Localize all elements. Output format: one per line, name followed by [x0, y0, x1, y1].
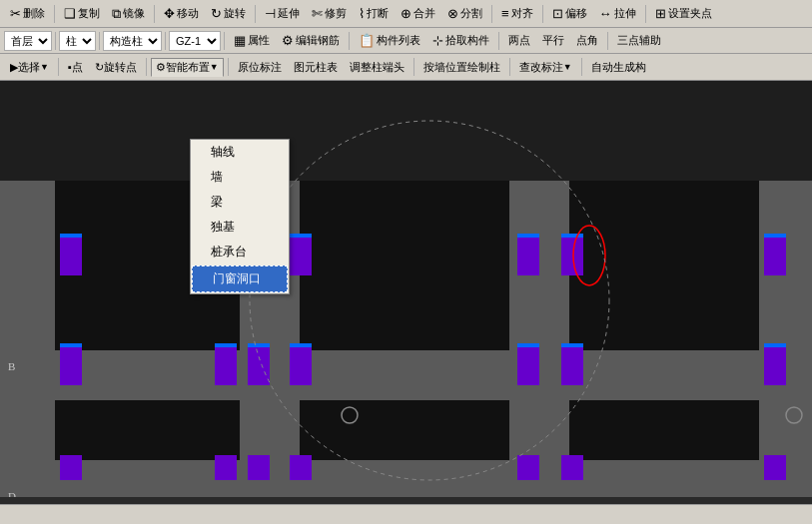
cad-drawing: B D	[0, 81, 812, 497]
svg-rect-44	[764, 234, 786, 238]
menu-item-beam[interactable]: 梁	[191, 190, 289, 215]
svg-rect-32	[561, 345, 583, 385]
menu-item-axis[interactable]: 轴线	[191, 140, 289, 165]
stretch-button[interactable]: ↔ 拉伸	[594, 4, 641, 23]
svg-rect-48	[290, 343, 312, 347]
offset-icon: ⊡	[552, 6, 563, 21]
component-list-button[interactable]: 📋 构件列表	[354, 31, 425, 50]
sep7	[55, 32, 56, 50]
select-button[interactable]: ▶ 选择 ▼	[5, 58, 54, 77]
svg-rect-33	[517, 455, 539, 480]
sep9	[165, 32, 166, 50]
svg-rect-20	[215, 345, 237, 385]
element-select[interactable]: 柱	[59, 31, 96, 51]
draw-by-pos-button[interactable]: 按墙位置绘制柱	[418, 58, 505, 77]
svg-rect-35	[764, 236, 786, 275]
adjust-head-button[interactable]: 调整柱端头	[345, 58, 409, 77]
svg-rect-29	[517, 236, 539, 275]
svg-rect-9	[300, 181, 509, 280]
menu-item-wall[interactable]: 墙	[191, 165, 289, 190]
pickup-button[interactable]: ⊹ 拾取构件	[427, 31, 494, 50]
svg-rect-47	[248, 343, 270, 347]
status-bar	[0, 504, 812, 524]
menu-item-pile-cap[interactable]: 桩承台	[191, 240, 289, 264]
edit-steel-icon: ⚙	[282, 33, 294, 48]
extend-icon: ⊣	[265, 6, 276, 21]
svg-rect-14	[55, 400, 240, 460]
svg-rect-38	[60, 234, 82, 238]
svg-rect-2	[0, 350, 812, 400]
svg-rect-13	[569, 280, 759, 350]
svg-rect-51	[764, 343, 786, 347]
smart-layout-dropdown: 轴线 墙 梁 独基 桩承台 门窗洞口	[190, 139, 290, 294]
mirror-button[interactable]: ⧉ 镜像	[107, 4, 150, 24]
point-angle-button[interactable]: 点角	[571, 31, 603, 50]
trim-button[interactable]: ✄ 修剪	[307, 4, 352, 23]
two-point-button[interactable]: 两点	[503, 31, 535, 50]
sep17	[413, 58, 414, 76]
svg-rect-46	[215, 343, 237, 347]
separator6	[645, 5, 646, 23]
svg-rect-24	[290, 236, 312, 275]
original-dim-button[interactable]: 原位标注	[233, 58, 287, 77]
delete-button[interactable]: ✂ 删除	[5, 4, 50, 23]
menu-item-foundation[interactable]: 独基	[191, 215, 289, 240]
setpoint-button[interactable]: ⊞ 设置夹点	[650, 4, 717, 23]
property-button[interactable]: ▦ 属性	[229, 31, 275, 50]
sep12	[498, 32, 499, 50]
svg-rect-30	[561, 236, 583, 275]
svg-rect-36	[764, 345, 786, 385]
move-button[interactable]: ✥ 移动	[159, 4, 204, 23]
cad-canvas-area[interactable]: B D 轴线 墙 梁 独基 桩承台 门窗洞口	[0, 81, 812, 497]
rotate-point-button[interactable]: ↻ 旋转点	[90, 58, 142, 77]
edit-steel-button[interactable]: ⚙ 编辑钢筋	[277, 31, 345, 50]
svg-text:B: B	[8, 360, 15, 372]
offset-button[interactable]: ⊡ 偏移	[547, 4, 592, 23]
svg-rect-50	[561, 343, 583, 347]
svg-rect-22	[215, 455, 237, 480]
rotate-button[interactable]: ↻ 旋转	[206, 4, 251, 23]
rotate-point-icon: ↻	[95, 61, 104, 74]
merge-icon: ⊕	[401, 6, 411, 21]
smart-layout-icon: ⚙	[156, 61, 166, 74]
extend-button[interactable]: ⊣ 延伸	[260, 4, 305, 23]
svg-rect-25	[248, 345, 270, 385]
break-icon: ⌇	[359, 6, 365, 21]
sep8	[99, 32, 100, 50]
type-select[interactable]: 构造柱	[103, 31, 162, 51]
auto-gen-button[interactable]: 自动生成构	[586, 58, 651, 77]
break-button[interactable]: ⌇ 打断	[354, 4, 394, 23]
stretch-icon: ↔	[599, 6, 612, 21]
split-button[interactable]: ⊗ 分割	[442, 4, 487, 23]
code-select[interactable]: GZ-1	[169, 31, 221, 51]
sep16	[228, 58, 229, 76]
menu-item-door-window[interactable]: 门窗洞口	[192, 265, 288, 292]
rotate-icon: ↻	[211, 6, 222, 21]
svg-rect-26	[290, 345, 312, 385]
svg-rect-12	[300, 280, 509, 350]
point-button[interactable]: ▪ 点	[63, 58, 88, 77]
delete-icon: ✂	[10, 6, 21, 21]
smart-layout-button[interactable]: ⚙ 智能布置 ▼	[151, 58, 224, 77]
sep13	[607, 32, 608, 50]
check-dim-button[interactable]: 查改标注 ▼	[514, 58, 577, 77]
parallel-button[interactable]: 平行	[537, 31, 569, 50]
toolbar-row1: ✂ 删除 ❑ 复制 ⧉ 镜像 ✥ 移动 ↻ 旋转 ⊣	[0, 0, 812, 28]
three-point-button[interactable]: 三点辅助	[612, 31, 666, 50]
svg-rect-37	[764, 455, 786, 480]
align-icon: ≡	[501, 6, 509, 21]
merge-button[interactable]: ⊕ 合并	[396, 4, 440, 23]
sep11	[349, 32, 350, 50]
svg-rect-21	[60, 455, 82, 480]
copy-button[interactable]: ❑ 复制	[59, 4, 105, 23]
sep15	[146, 58, 147, 76]
column-table-button[interactable]: 图元柱表	[289, 58, 343, 77]
svg-rect-45	[60, 343, 82, 347]
svg-rect-34	[561, 455, 583, 480]
separator1	[54, 5, 55, 23]
align-button[interactable]: ≡ 对齐	[496, 4, 538, 23]
svg-rect-17	[60, 236, 82, 275]
component-list-icon: 📋	[359, 33, 375, 48]
layer-select[interactable]: 首层	[4, 31, 52, 51]
svg-rect-42	[517, 234, 539, 238]
